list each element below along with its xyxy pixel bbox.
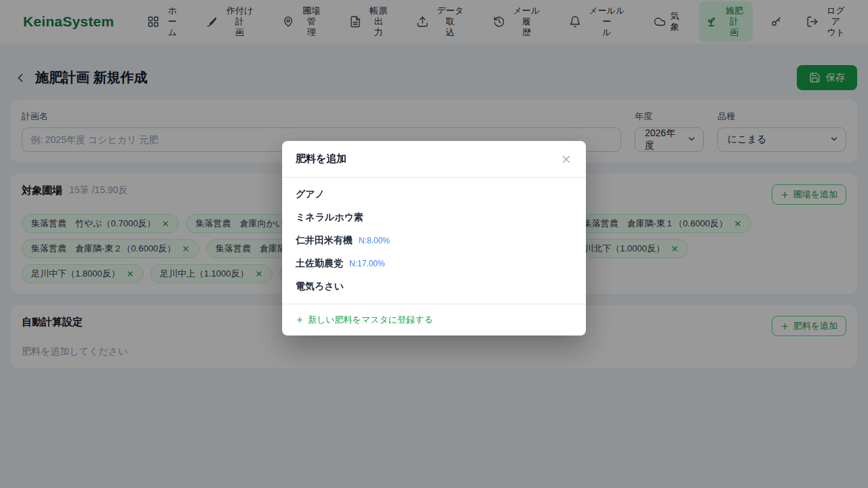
fertilizer-list-item[interactable]: ミネラルホウ素 — [282, 206, 586, 229]
fertilizer-list-item[interactable]: 土佐勤農党 N:17.00% — [282, 252, 586, 275]
fertilizer-list-item[interactable]: 仁井田米有機 N:8.00% — [282, 229, 586, 252]
register-new-fertilizer-label: 新しい肥料をマスタに登録する — [308, 314, 433, 326]
modal-header: 肥料を追加 — [282, 141, 586, 178]
fertilizer-n-value: N:17.00% — [349, 259, 385, 268]
plus-icon — [296, 316, 304, 324]
fertilizer-name: 土佐勤農党 — [296, 258, 343, 270]
fertilizer-list-item[interactable]: 電気ろさい — [282, 275, 586, 298]
fertilizer-list: グアノ ミネラルホウ素 仁井田米有機 N:8.00% 土佐勤農党 N:17.00… — [282, 178, 586, 304]
fertilizer-name: ミネラルホウ素 — [296, 211, 363, 224]
fertilizer-name: 仁井田米有機 — [296, 235, 353, 247]
modal-title: 肥料を追加 — [296, 152, 347, 165]
fertilizer-n-value: N:8.00% — [359, 236, 390, 245]
fertilizer-name: 電気ろさい — [296, 281, 344, 293]
fertilizer-name: グアノ — [296, 188, 325, 201]
close-icon[interactable] — [560, 153, 572, 165]
fertilizer-list-item[interactable]: グアノ — [282, 183, 586, 206]
modal-footer: 新しい肥料をマスタに登録する — [282, 304, 586, 336]
register-new-fertilizer-link[interactable]: 新しい肥料をマスタに登録する — [296, 314, 572, 326]
add-fertilizer-modal: 肥料を追加 グアノ ミネラルホウ素 仁井田米有機 N:8.00% 土佐勤農党 N… — [282, 141, 586, 336]
